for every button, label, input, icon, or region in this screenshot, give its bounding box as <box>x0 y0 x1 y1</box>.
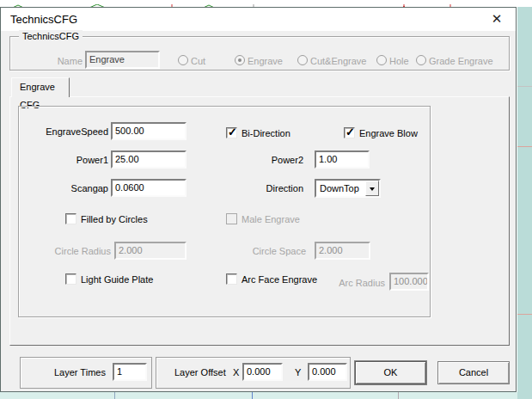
engrave-blow-label: Engrave Blow <box>359 127 418 139</box>
radio-cut-label: Cut <box>191 55 205 67</box>
canvas-line <box>517 86 532 87</box>
canvas-line <box>398 392 399 399</box>
bi-direction-checkbox[interactable] <box>226 127 237 138</box>
layer-times-field[interactable]: 1 <box>113 363 147 381</box>
radio-cut <box>178 55 188 65</box>
technicscfg-dialog: TechnicsCFG ✕ TechnicsCFG Name Engrave C… <box>0 7 517 392</box>
light-guide-plate-checkbox[interactable] <box>65 273 76 285</box>
radio-cut-engrave <box>297 55 308 65</box>
power1-field[interactable]: 25.00 <box>111 150 187 169</box>
radio-hole <box>376 55 387 65</box>
light-guide-plate-label: Light Guide Plate <box>81 273 153 285</box>
canvas-line <box>114 392 115 399</box>
circle-space-label: Circle Space <box>220 245 306 257</box>
filled-by-circles-label: Filled by Circles <box>81 213 148 225</box>
radio-engrave <box>235 55 245 65</box>
arc-radius-label: Arc Radius <box>299 277 385 289</box>
radio-grade-engrave <box>416 55 426 65</box>
layer-offset-x-label: X <box>233 366 239 378</box>
canvas-line <box>252 392 253 399</box>
power2-label: Power2 <box>217 154 303 166</box>
tab-engrave-cfg[interactable]: Engrave CFG <box>11 77 70 97</box>
scangap-label: Scangap <box>22 182 108 194</box>
engrave-speed-field[interactable]: 500.00 <box>111 122 187 140</box>
engrave-speed-label: EngraveSpeed <box>22 126 108 138</box>
close-icon[interactable]: ✕ <box>483 8 511 31</box>
power2-field[interactable]: 1.00 <box>315 150 370 169</box>
radio-cut-engrave-label: Cut&Engrave <box>310 55 366 67</box>
name-label: Name <box>31 55 83 67</box>
canvas-line <box>517 314 532 315</box>
layer-offset-y-label: Y <box>295 366 301 378</box>
cancel-button[interactable]: Cancel <box>437 361 510 384</box>
direction-value: DownTop <box>320 181 359 196</box>
arc-radius-field: 100.000 <box>389 273 429 291</box>
dialog-titlebar[interactable]: TechnicsCFG ✕ <box>1 8 516 31</box>
direction-label: Direction <box>217 182 303 194</box>
radio-engrave-label: Engrave <box>248 55 283 67</box>
filled-by-circles-checkbox[interactable] <box>65 213 76 224</box>
engrave-blow-checkbox[interactable] <box>344 127 355 138</box>
direction-dropdown[interactable]: DownTop <box>315 179 381 198</box>
canvas-bottom-strip <box>0 392 517 399</box>
app-background: TechnicsCFG ✕ TechnicsCFG Name Engrave C… <box>0 0 532 399</box>
arc-face-engrave-checkbox[interactable] <box>226 273 237 285</box>
name-field: Engrave <box>85 51 160 69</box>
male-engrave-checkbox <box>226 213 237 224</box>
ok-button[interactable]: OK <box>355 361 426 384</box>
layer-times-label: Layer Times <box>54 366 106 378</box>
layer-offset-y-field[interactable]: 0.000 <box>308 363 347 381</box>
layer-offset-x-field[interactable]: 0.000 <box>242 363 283 381</box>
male-engrave-label: Male Engrave <box>242 213 300 225</box>
radio-grade-engrave-label: Grade Engrave <box>429 55 493 67</box>
power1-label: Power1 <box>22 154 108 166</box>
scangap-field[interactable]: 0.0600 <box>111 179 187 197</box>
canvas-right-strip <box>517 7 532 399</box>
circle-radius-field: 2.000 <box>114 242 187 260</box>
dialog-title: TechnicsCFG <box>10 8 77 31</box>
circle-radius-label: Circle Radius <box>25 245 111 257</box>
layer-offset-label: Layer Offset <box>174 366 226 378</box>
bi-direction-label: Bi-Direction <box>242 127 290 139</box>
canvas-line <box>517 146 532 147</box>
groupbox-legend: TechnicsCFG <box>19 30 83 42</box>
chevron-down-icon[interactable] <box>365 181 379 196</box>
circle-space-field: 2.000 <box>315 242 370 260</box>
radio-hole-label: Hole <box>389 55 409 67</box>
